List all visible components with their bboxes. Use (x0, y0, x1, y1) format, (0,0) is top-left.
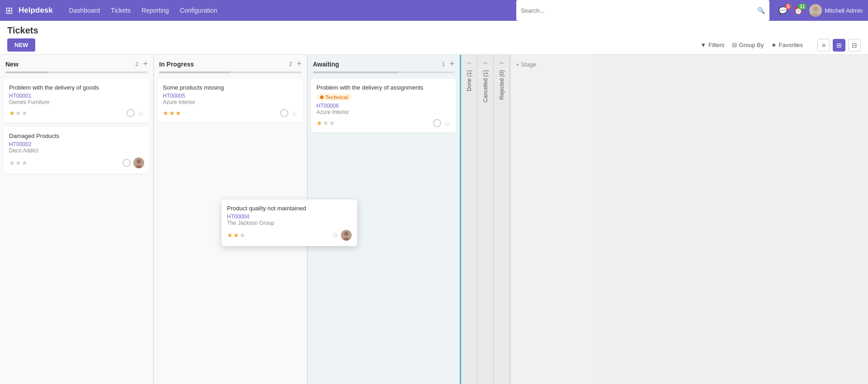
page-actions: NEW ▼ Filters ⊟ Group By ★ Favorites ≡ ⊞… (7, 38, 861, 52)
kanban-board: New 2 + Problem with the delivery of goo… (0, 55, 868, 384)
assign-icon-ht00005[interactable] (280, 109, 288, 117)
add-stage-column[interactable]: + Stage (510, 55, 592, 384)
tag-label: Technical (326, 95, 348, 100)
group-by-label: Group By (739, 42, 764, 48)
kanban-card-ht00002[interactable]: Damaged Products HT00002 Deco Addict ★ ★… (4, 127, 150, 174)
col-add-new[interactable]: + (143, 59, 148, 69)
add-stage-button[interactable]: + Stage (516, 61, 536, 68)
svg-point-3 (135, 165, 142, 168)
col-header-awaiting: Awaiting 1 + (307, 55, 460, 71)
card-icons-ht00006: ☺ (433, 119, 451, 127)
card-icons-ht00002 (123, 157, 144, 168)
header-icons: 💬 5 ⏰ 11 Mitchell Admin (778, 4, 863, 17)
username: Mitchell Admin (825, 7, 863, 14)
col-add-in-progress[interactable]: + (297, 59, 302, 69)
card-id-ht00005[interactable]: HT00005 (163, 93, 298, 99)
tasks-notifications[interactable]: ⏰ 11 (794, 6, 803, 15)
card-id-ht00002[interactable]: HT00002 (9, 141, 144, 147)
star-3[interactable]: ★ (329, 119, 335, 127)
group-by-button[interactable]: ⊟ Group By (732, 42, 764, 48)
floating-card-company: The Jackson Group (227, 220, 352, 226)
floating-card-id: HT00004 (227, 213, 352, 220)
nav-dashboard[interactable]: Dashboard (66, 7, 104, 14)
col-count-awaiting: 1 (442, 61, 445, 67)
favorites-label: Favorites (779, 42, 803, 48)
star-2[interactable]: ★ (15, 109, 21, 117)
star-1[interactable]: ★ (316, 119, 322, 127)
nav-tickets[interactable]: Tickets (107, 7, 134, 14)
stars-ht00001[interactable]: ★ ★ ★ (9, 109, 28, 117)
star-2[interactable]: ★ (169, 109, 175, 117)
list-view-button[interactable]: ≡ (817, 39, 830, 52)
kanban-view-button[interactable]: ⊞ (833, 39, 845, 52)
user-menu[interactable]: Mitchell Admin (809, 4, 863, 17)
technical-tag: Technical (316, 94, 352, 101)
svg-point-1 (811, 13, 820, 17)
kanban-card-ht00001[interactable]: Problem with the delivery of goods HT000… (4, 79, 150, 123)
card-id-ht00001[interactable]: HT00001 (9, 93, 144, 99)
kanban-card-ht00006[interactable]: Problem with the delivery of assignments… (311, 79, 456, 133)
assignee-avatar-ht00002 (133, 157, 144, 168)
col-title-new: New (5, 61, 132, 68)
search-input[interactable] (521, 7, 752, 14)
card-company-ht00006: Azure Interior (316, 109, 451, 115)
collapsed-title-cancelled[interactable]: Cancelled (1) (482, 70, 489, 102)
star-1[interactable]: ★ (9, 109, 15, 117)
stars-ht00002[interactable]: ★ ★ ★ (9, 159, 28, 166)
kanban-card-ht00005[interactable]: Some products missing HT00005 Azure Inte… (157, 79, 303, 123)
smiley-ht00005[interactable]: ☺ (291, 109, 298, 117)
star-1[interactable]: ★ (163, 109, 169, 117)
nav-configuration[interactable]: Configuration (176, 7, 221, 14)
filter-icon: ▼ (700, 42, 706, 48)
collapsed-done[interactable]: ↔ Done (1) (461, 55, 477, 384)
col-count-new: 2 (135, 61, 138, 67)
page-title: Tickets (7, 25, 861, 36)
smiley-ht00006[interactable]: ☺ (444, 119, 451, 127)
star-3[interactable]: ★ (22, 109, 28, 117)
rejected-arrow-icon: ↔ (499, 59, 505, 66)
assign-icon-ht00002[interactable] (123, 159, 131, 167)
collapsed-cancelled[interactable]: ↔ Cancelled (1) (477, 55, 494, 384)
collapsed-title-rejected[interactable]: Rejected (0) (499, 70, 505, 100)
card-footer-ht00001: ★ ★ ★ ☺ (9, 109, 144, 117)
stars-ht00006[interactable]: ★ ★ ★ (316, 119, 335, 127)
tasks-badge: 11 (798, 4, 807, 9)
stars-ht00005[interactable]: ★ ★ ★ (163, 109, 181, 117)
svg-point-2 (137, 159, 141, 164)
star-icon: ★ (771, 42, 777, 48)
card-company-ht00002: Deco Addict (9, 147, 144, 154)
done-arrow-icon: ↔ (466, 59, 472, 66)
filters-label: Filters (708, 42, 724, 48)
grid-view-button[interactable]: ⊟ (848, 39, 861, 52)
card-footer-ht00002: ★ ★ ★ (9, 157, 144, 168)
new-button[interactable]: NEW (7, 38, 35, 52)
collapsed-rejected[interactable]: ↔ Rejected (0) (494, 55, 510, 384)
card-id-ht00006[interactable]: HT00006 (316, 103, 451, 109)
floating-clock: ⊙ (332, 231, 338, 239)
app-name[interactable]: Helpdesk (19, 6, 53, 15)
toolbar-right: ▼ Filters ⊟ Group By ★ Favorites ≡ ⊞ ⊟ (700, 39, 861, 52)
filters-button[interactable]: ▼ Filters (700, 42, 724, 48)
col-title-awaiting: Awaiting (313, 61, 439, 68)
chat-notifications[interactable]: 💬 5 (778, 6, 788, 15)
assign-icon-ht00006[interactable] (433, 119, 441, 127)
star-3[interactable]: ★ (22, 159, 28, 166)
search-icon: 🔍 (757, 7, 765, 14)
col-add-awaiting[interactable]: + (449, 59, 454, 69)
star-3[interactable]: ★ (175, 109, 181, 117)
smiley-ht00001[interactable]: ☺ (137, 109, 144, 117)
col-title-in-progress: In Progress (159, 61, 286, 68)
col-count-in-progress: 2 (289, 61, 292, 67)
app-grid-icon[interactable]: ⊞ (5, 5, 13, 16)
star-1: ★ (227, 232, 233, 239)
star-1[interactable]: ★ (9, 159, 15, 166)
assign-icon-ht00001[interactable] (127, 109, 135, 117)
favorites-button[interactable]: ★ Favorites (771, 42, 803, 48)
collapsed-title-done[interactable]: Done (1) (466, 70, 472, 91)
star-2[interactable]: ★ (323, 119, 329, 127)
star-2[interactable]: ★ (15, 159, 21, 166)
nav-reporting[interactable]: Reporting (138, 7, 173, 14)
col-progress-awaiting (313, 71, 454, 73)
card-title-ht00006: Problem with the delivery of assignments (316, 84, 451, 91)
search-bar[interactable]: 🔍 (516, 0, 769, 21)
